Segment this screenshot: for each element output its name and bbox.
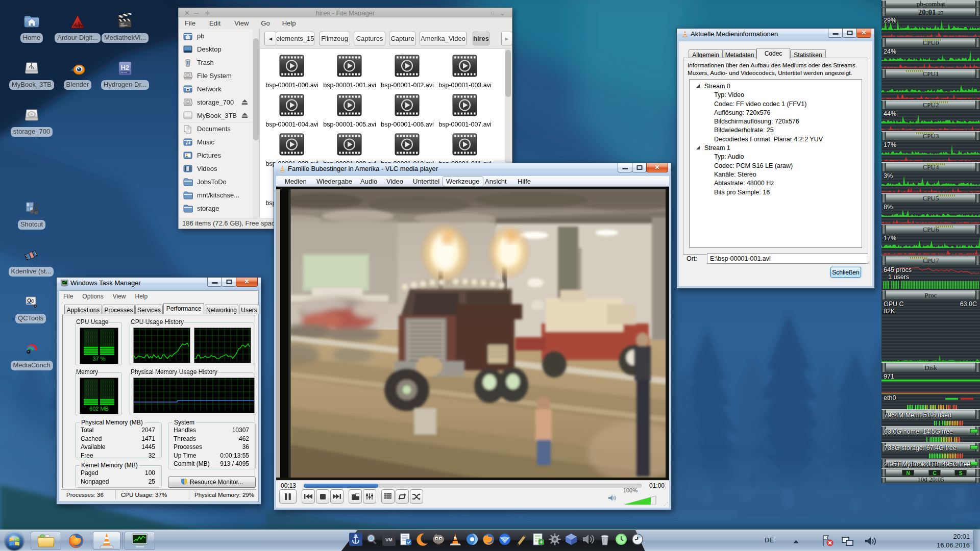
svg-text:3rd: 3rd bbox=[120, 22, 124, 25]
svg-text:37 %: 37 % bbox=[92, 356, 105, 362]
svg-text:VM: VM bbox=[385, 537, 393, 542]
svg-text:602 MB: 602 MB bbox=[89, 406, 109, 412]
svg-text:Qc: Qc bbox=[27, 298, 34, 304]
svg-text:H2: H2 bbox=[121, 64, 130, 71]
